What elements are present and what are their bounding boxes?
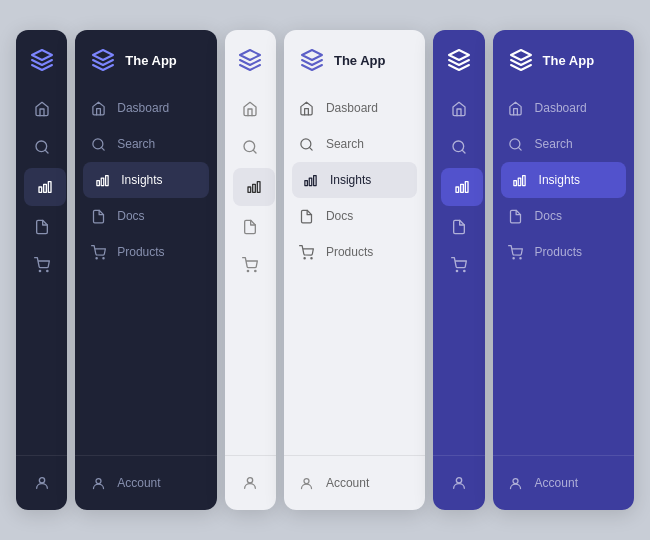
sidebar-header [433, 30, 484, 86]
svg-line-71 [519, 147, 522, 150]
svg-point-19 [96, 257, 97, 258]
sidebar-footer: Account [75, 455, 216, 510]
nav-item-search[interactable]: Search [284, 126, 425, 162]
chart-icon [36, 178, 54, 196]
nav-label-products: Products [535, 245, 582, 259]
nav-item-settings[interactable]: Settings [493, 270, 634, 275]
docs-icon [33, 218, 51, 236]
sidebar-nav: Dasboard Search Insights Docs [493, 86, 634, 275]
svg-rect-59 [461, 184, 464, 192]
sidebar-full-purple: The App Dasboard Search Insights [493, 30, 634, 510]
svg-line-29 [253, 150, 256, 153]
sidebar-footer: Account [284, 455, 425, 510]
sidebar-header [16, 30, 67, 86]
nav-label-dashboard: Dasboard [535, 101, 587, 115]
nav-item-settings[interactable]: Settings [284, 270, 425, 275]
nav-item-docs-icon[interactable] [16, 208, 67, 246]
nav-item-search-icon[interactable] [225, 128, 276, 166]
nav-item-docs[interactable]: Docs [75, 198, 216, 234]
svg-point-13 [39, 478, 44, 483]
account-icon [507, 474, 525, 492]
svg-point-76 [520, 257, 521, 258]
svg-line-15 [101, 147, 104, 150]
nav-item-products[interactable]: Products [75, 234, 216, 270]
app-title: The App [334, 53, 386, 68]
sidebar-footer [16, 455, 67, 510]
nav-item-products-icon[interactable] [16, 246, 67, 275]
footer-account-label: Account [117, 476, 160, 490]
sidebar-footer [433, 455, 484, 510]
nav-label-insights: Insights [539, 173, 580, 187]
footer-account[interactable]: Account [89, 468, 202, 498]
home-icon [298, 99, 316, 117]
nav-label-dashboard: Dasboard [117, 101, 169, 115]
nav-item-insights[interactable]: Insights [292, 162, 417, 198]
sidebar-full-dark: The App Dasboard Search Insights [75, 30, 216, 510]
footer-account-icon[interactable] [447, 468, 470, 498]
nav-item-insights-icon[interactable] [233, 168, 275, 206]
nav-item-dashboard[interactable]: Dasboard [493, 90, 634, 126]
sidebars-container: The App Dasboard Search Insights [0, 10, 650, 530]
nav-item-dashboard[interactable]: Dasboard [75, 90, 216, 126]
sidebar-nav [225, 86, 276, 275]
cart-icon [33, 256, 51, 274]
nav-item-insights[interactable]: Insights [83, 162, 208, 198]
svg-point-75 [513, 257, 514, 258]
home-icon [33, 100, 51, 118]
search-icon [89, 135, 107, 153]
sidebar-footer: Account [493, 455, 634, 510]
nav-item-insights-icon[interactable] [441, 168, 483, 206]
account-icon [298, 474, 316, 492]
nav-item-products-icon[interactable] [225, 246, 276, 275]
svg-rect-18 [105, 175, 108, 185]
sidebar-icon-only-light [225, 30, 276, 510]
nav-item-insights-icon[interactable] [24, 168, 66, 206]
app-logo-icon [298, 46, 326, 74]
sidebar-icon-only-purple [433, 30, 484, 510]
nav-label-search: Search [535, 137, 573, 151]
nav-item-dashboard-icon[interactable] [16, 90, 67, 128]
svg-rect-32 [257, 182, 260, 193]
sidebar-nav: Dasboard Search Insights Docs [75, 86, 216, 275]
nav-label-docs: Docs [117, 209, 144, 223]
nav-item-search-icon[interactable] [16, 128, 67, 166]
nav-item-search[interactable]: Search [493, 126, 634, 162]
nav-item-settings[interactable]: Settings [75, 270, 216, 275]
sidebar-header: The App [75, 30, 216, 86]
svg-point-34 [255, 270, 256, 271]
svg-rect-3 [44, 184, 47, 192]
cart-icon [450, 256, 468, 274]
nav-item-products-icon[interactable] [433, 246, 484, 275]
nav-item-dashboard-icon[interactable] [225, 90, 276, 128]
svg-rect-72 [514, 180, 517, 185]
docs-icon [89, 207, 107, 225]
chart-icon [245, 178, 263, 196]
footer-account[interactable]: Account [298, 468, 411, 498]
nav-item-search[interactable]: Search [75, 126, 216, 162]
footer-account-icon[interactable] [239, 468, 262, 498]
svg-point-27 [96, 478, 101, 483]
footer-account-label: Account [535, 476, 578, 490]
nav-item-docs[interactable]: Docs [284, 198, 425, 234]
svg-rect-2 [39, 187, 42, 192]
nav-label-dashboard: Dasboard [326, 101, 378, 115]
svg-rect-58 [456, 187, 459, 192]
svg-point-48 [311, 257, 312, 258]
nav-item-insights[interactable]: Insights [501, 162, 626, 198]
footer-account-icon[interactable] [30, 468, 53, 498]
cart-icon [507, 243, 525, 261]
nav-item-docs-icon[interactable] [433, 208, 484, 246]
nav-item-products[interactable]: Products [284, 234, 425, 270]
nav-item-dashboard[interactable]: Dasboard [284, 90, 425, 126]
cart-icon [89, 243, 107, 261]
nav-item-docs[interactable]: Docs [493, 198, 634, 234]
nav-item-docs-icon[interactable] [225, 208, 276, 246]
svg-point-83 [513, 478, 518, 483]
account-icon [89, 474, 107, 492]
svg-line-57 [462, 150, 465, 153]
nav-item-dashboard-icon[interactable] [433, 90, 484, 128]
footer-account[interactable]: Account [507, 468, 620, 498]
search-icon [450, 138, 468, 156]
nav-item-search-icon[interactable] [433, 128, 484, 166]
nav-item-products[interactable]: Products [493, 234, 634, 270]
